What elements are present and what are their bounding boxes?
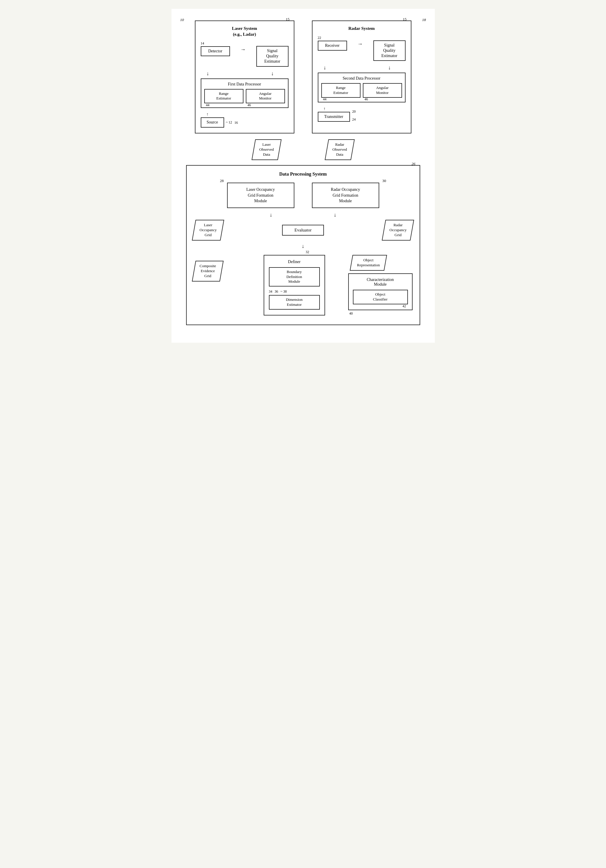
radar-observed-data: RadarObservedData [327,139,353,160]
object-section: ObjectRepresentation CharacterizationMod… [348,255,412,316]
object-classifier-box: ObjectClassifier 42 [353,290,408,304]
first-data-processor-block: First Data Processor RangeEstimator 44 A… [201,78,288,108]
arrow-down-2: ↓ [271,71,274,76]
arrow-up-source: ↑ [206,112,209,117]
page: 10 18 15 Laser System(e.g., Ladar) 14 De… [172,9,435,343]
evaluator-section: Evaluator [282,225,324,236]
composite-section: CompositeEvidenceGrid [194,261,240,282]
ref-46-radar: 46 [364,97,368,102]
ref-36: 36 [275,290,278,294]
signal-quality-laser-box: SignalQualityEstimator [256,46,288,67]
angular-monitor-laser: AngularMonitor 46 [246,89,285,104]
ref-15-radar: 15 [403,17,407,22]
data-processing-system: 26 Data Processing System 28 Laser Occup… [186,165,420,325]
range-estimator-radar: RangeEstimator 44 [321,83,361,98]
radar-ogfm-box: Radar OccupancyGrid FormationModule [312,183,379,208]
ref-30: 30 [383,178,386,183]
dimension-estimator-box: DimensionEstimator [269,295,320,310]
arrow-down-evaluator: ↓ [302,243,304,249]
first-data-processor-title: First Data Processor [204,82,285,87]
ref-16: 16 [234,121,238,125]
signal-quality-radar-box: SignalQualityEstimator [374,40,406,61]
ref-24: 24 [352,117,356,122]
definer-section: Definer BoundaryDefinitionModule 34 36 ~… [263,255,325,315]
ref-26: 26 [412,161,415,166]
arrow-right-1: → [240,46,246,53]
ref-42: 42 [403,304,406,309]
laser-system-block: 15 Laser System(e.g., Ladar) 14 Detector… [195,20,294,133]
arrow-down-1: ↓ [206,71,209,76]
formation-modules-row: 28 Laser OccupancyGrid FormationModule 3… [194,183,412,208]
top-systems-section: 15 Laser System(e.g., Ladar) 14 Detector… [186,20,420,133]
ref-14: 14 [201,41,204,46]
evaluator-box: Evaluator [282,225,324,236]
laser-occupancy-grid-label: LaserOccupancyGrid [200,223,217,238]
laser-system-title: Laser System(e.g., Ladar) [201,26,288,37]
radar-system-block: 15 Radar System 22 Receiver → SignalQual… [312,20,411,133]
ref-44-laser: 44 [206,103,209,108]
ref-28: 28 [220,178,224,183]
laser-observed-data-label: LaserObservedData [259,142,274,157]
laser-ogfm-box: Laser OccupancyGrid FormationModule [227,183,294,208]
ref-44-radar: 44 [323,97,327,102]
arrow-right-2: → [358,41,363,47]
characterization-block: CharacterizationModule ObjectClassifier … [348,273,412,310]
arrow-down-4: ↓ [388,65,391,70]
observed-data-row: LaserObservedData RadarObservedData [186,139,420,160]
ref-22: 22 [318,36,321,40]
laser-occupancy-grid: LaserOccupancyGrid [194,220,222,240]
ref-46-laser: 46 [248,103,251,108]
second-data-processor-block: Second Data Processor RangeEstimator 44 … [318,73,406,102]
source-box: Source [201,117,224,127]
ref-38: ~ 38 [281,290,287,294]
receiver-box: Receiver [318,41,347,51]
radar-observed-data-label: RadarObservedData [332,142,347,157]
ref-10: 10 [180,17,184,22]
occ-evaluator-row: LaserOccupancyGrid Evaluator RadarOccupa… [194,220,412,240]
boundary-definition-box: BoundaryDefinitionModule [269,267,320,287]
radar-occupancy-grid: RadarOccupancyGrid [384,220,412,240]
characterization-title: CharacterizationModule [353,277,408,287]
lower-section: CompositeEvidenceGrid Definer BoundaryDe… [194,255,412,316]
angular-monitor-radar: AngularMonitor 46 [363,83,402,98]
arrow-down-laser-ogfm: ↓ [270,212,273,217]
ref-34: 34 [269,290,273,294]
dps-title: Data Processing System [194,172,412,177]
laser-observed-data: LaserObservedData [253,139,280,160]
ref-20: 20 [352,110,356,114]
arrow-down-3: ↓ [324,65,326,70]
range-estimator-laser: RangeEstimator 44 [204,89,243,104]
ref-15-laser: 15 [286,17,290,22]
definer-title: Definer [269,260,320,264]
arrow-up-transmitter: ↑ [324,107,325,111]
radar-system-title: Radar System [318,26,406,32]
radar-occupancy-grid-label: RadarOccupancyGrid [389,223,406,238]
ref-18: 18 [422,17,426,22]
ref-32: 32 [306,250,309,254]
ref-12: ~ 12 [226,120,232,125]
definer-block: Definer BoundaryDefinitionModule 34 36 ~… [263,255,325,315]
composite-evidence-grid-label: CompositeEvidenceGrid [200,264,216,279]
object-representation-label: ObjectRepresentation [357,258,380,268]
second-data-processor-title: Second Data Processor [321,76,402,81]
arrow-down-radar-ogfm: ↓ [334,212,336,217]
detector-box: Detector [201,46,230,56]
ref-40: 40 [349,312,353,316]
transmitter-box: Transmitter [318,112,350,122]
